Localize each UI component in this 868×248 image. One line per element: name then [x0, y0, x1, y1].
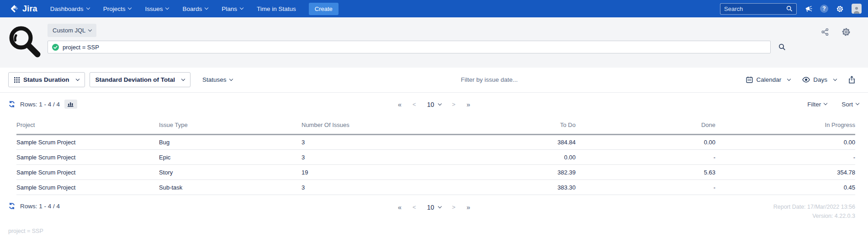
page-size-select[interactable]: 10	[427, 204, 441, 211]
issue-date-filter-input[interactable]: Filter by issue date...	[233, 76, 746, 83]
nav-item-dashboards[interactable]: Dashboards	[50, 5, 90, 12]
jql-input[interactable]: project = SSP	[48, 41, 771, 53]
jira-logo[interactable]: Jira	[10, 4, 37, 14]
query-mode-button[interactable]: Custom JQL	[48, 24, 96, 37]
statuses-dropdown[interactable]: Statuses	[202, 76, 233, 83]
table-cell: 0.45	[715, 180, 855, 195]
refresh-icon[interactable]	[8, 100, 16, 108]
nav-item-issues[interactable]: Issues	[145, 5, 169, 12]
chevron-down-icon	[205, 6, 208, 10]
table-cell: 354.78	[715, 165, 855, 180]
table-cell: -	[715, 150, 855, 165]
rows-count-label: Rows: 1 - 4 / 4	[20, 203, 60, 210]
table-cell: Bug	[159, 135, 302, 150]
table-cell: 0.00	[436, 150, 576, 165]
bar-chart-icon	[68, 101, 74, 107]
chevron-down-icon	[833, 77, 837, 80]
search-input[interactable]	[724, 5, 786, 12]
statuses-label: Statuses	[202, 76, 227, 83]
chevron-down-icon	[88, 27, 92, 31]
column-header: To Do	[436, 118, 576, 135]
share-icon[interactable]	[821, 27, 829, 37]
time-unit-label: Days	[813, 76, 827, 83]
pager: «<10>»	[398, 100, 470, 108]
eye-icon	[802, 77, 810, 83]
table-row: Sample Scrum ProjectStory19382.395.63354…	[16, 165, 855, 180]
chevron-down-icon	[824, 101, 827, 105]
table-cell: 5.63	[576, 165, 715, 180]
table-cell: 0.00	[576, 135, 715, 150]
report-view-button[interactable]: Status Duration	[8, 72, 85, 87]
chart-view-button[interactable]	[64, 100, 77, 109]
time-unit-dropdown[interactable]: Days	[802, 76, 836, 83]
pagination-first-button[interactable]: «	[398, 203, 402, 211]
chevron-down-icon	[438, 101, 441, 105]
settings-gear-icon[interactable]	[836, 5, 844, 13]
table-body: Sample Scrum ProjectBug3384.840.000.00Sa…	[16, 135, 855, 195]
calendar-dropdown[interactable]: Calendar	[746, 76, 790, 83]
report-settings-gear-icon[interactable]	[842, 27, 851, 37]
calendar-icon	[746, 76, 753, 83]
chevron-down-icon	[856, 101, 859, 105]
table-cell: 3	[302, 180, 436, 195]
filter-label: Filter	[807, 101, 821, 108]
nav-item-projects[interactable]: Projects	[103, 5, 132, 12]
table-row: Sample Scrum ProjectBug3384.840.000.00	[16, 135, 855, 150]
page-size-select[interactable]: 10	[427, 101, 441, 108]
column-header: Issue Type	[159, 118, 302, 135]
metric-select-button[interactable]: Standard Deviation of Total	[90, 72, 191, 87]
column-header: Number Of Issues	[302, 118, 436, 135]
pagination-last-button[interactable]: »	[466, 100, 470, 108]
pagination-prev-button[interactable]: <	[413, 101, 416, 108]
report-view-label: Status Duration	[23, 76, 69, 83]
top-nav: Jira DashboardsProjectsIssuesBoardsPlans…	[0, 0, 868, 17]
table-cell: Sample Scrum Project	[16, 165, 159, 180]
pagination-prev-button[interactable]: <	[413, 204, 416, 211]
table-header-row: ProjectIssue TypeNumber Of IssuesTo DoDo…	[16, 118, 855, 135]
column-header: In Progress	[715, 118, 855, 135]
nav-item-time-in-status[interactable]: Time in Status	[257, 5, 296, 12]
table-cell: 3	[302, 150, 436, 165]
table-cell: 383.30	[436, 180, 576, 195]
refresh-icon[interactable]	[8, 202, 16, 210]
filter-dropdown[interactable]: Filter	[807, 101, 827, 108]
metric-label: Standard Deviation of Total	[95, 76, 175, 83]
chevron-down-icon	[181, 77, 185, 80]
jql-echo-label: project = SSP	[8, 228, 868, 234]
nav-menu: DashboardsProjectsIssuesBoardsPlansTime …	[50, 5, 296, 12]
pagination-last-button[interactable]: »	[466, 203, 470, 211]
export-icon[interactable]	[848, 76, 855, 84]
pager: «<10>»	[398, 203, 470, 211]
chevron-down-icon	[787, 77, 791, 80]
announcements-icon[interactable]	[804, 5, 812, 12]
rows-count-label: Rows: 1 - 4 / 4	[20, 101, 60, 108]
table-cell: -	[576, 150, 715, 165]
calendar-label: Calendar	[756, 76, 781, 83]
search-icon	[786, 5, 793, 12]
pagination-next-button[interactable]: >	[452, 101, 455, 108]
table-cell: 0.00	[715, 135, 855, 150]
pagination-next-button[interactable]: >	[452, 204, 455, 211]
brand-name: Jira	[22, 4, 37, 14]
help-icon[interactable]: ?	[820, 5, 828, 13]
jql-query-text: project = SSP	[63, 44, 99, 51]
user-avatar[interactable]	[852, 4, 862, 14]
chevron-down-icon	[165, 6, 169, 10]
app-magnifier-logo-icon	[7, 25, 42, 59]
query-header: Custom JQL project = SSP	[0, 17, 868, 68]
nav-search[interactable]	[720, 3, 797, 15]
table-cell: Sample Scrum Project	[16, 135, 159, 150]
table-row: Sample Scrum ProjectEpic30.00--	[16, 150, 855, 165]
create-button[interactable]: Create	[309, 3, 339, 15]
nav-item-plans[interactable]: Plans	[222, 5, 243, 12]
sort-dropdown[interactable]: Sort	[842, 101, 859, 108]
nav-item-boards[interactable]: Boards	[182, 5, 208, 12]
table-cell: Epic	[159, 150, 302, 165]
run-query-search-icon[interactable]	[778, 43, 786, 51]
table-cell: 3	[302, 135, 436, 150]
pagination-first-button[interactable]: «	[398, 100, 402, 108]
column-header: Project	[16, 118, 159, 135]
grid-icon	[14, 77, 20, 83]
report-date-label: Report Date: 17/Mar/2022 13:56	[773, 202, 855, 211]
column-header: Done	[576, 118, 715, 135]
